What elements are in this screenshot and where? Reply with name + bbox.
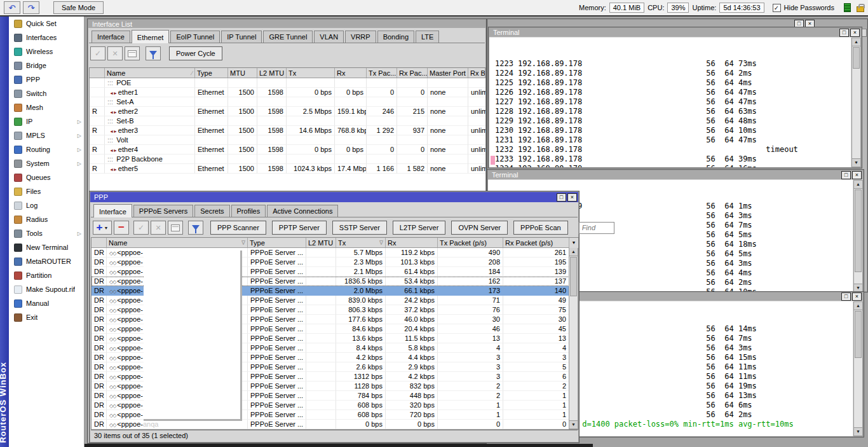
sidebar-item[interactable]: Log [9,198,84,212]
sidebar-item[interactable]: Files [9,184,84,198]
interface-list-titlebar[interactable]: Interface List [88,20,485,28]
maximize-button[interactable]: □ [841,292,851,301]
interface-list-tab[interactable]: VLAN [314,31,344,43]
undo-button[interactable]: ↶ [4,1,20,14]
table-row[interactable]: :::POE [90,78,485,88]
sidebar-item[interactable]: Bridge [9,58,84,72]
interface-list-tab[interactable]: GRE Tunnel [263,31,313,43]
disable-button[interactable]: ✕ [151,221,166,235]
apply-button[interactable]: ✓ [90,46,105,60]
col-master-port[interactable]: Master Port [428,68,468,78]
terminal-window-1[interactable]: Terminal □ × 1223 192.168.89.178 56 64 7… [488,27,862,168]
ppp-action-button[interactable]: SSTP Server [332,221,387,235]
ppp-tab[interactable]: Secrets [194,205,229,217]
maximize-button[interactable]: □ [841,171,851,179]
maximize-button[interactable]: □ [557,193,566,202]
table-row[interactable]: DR <pppoe-anqa PPPoE Server ... 0 bps 0 … [92,420,578,429]
scroll-up-icon[interactable]: ▲ [569,248,578,256]
sidebar-item[interactable]: Manual [9,296,84,310]
scroll-down-icon[interactable]: ▼ [854,427,862,436]
terminal-3-scrollbar[interactable]: ▲ ▼ [853,301,863,436]
table-row[interactable]: :::Volt [90,135,485,145]
col-rx-ba[interactable]: Rx Ba [468,68,485,78]
col-flag[interactable] [92,238,107,247]
col-l2mtu[interactable]: L2 MTU [257,68,287,78]
column-dropdown-icon[interactable]: ▼ [569,238,578,248]
hide-passwords-checkbox[interactable]: ✓ [773,4,781,12]
sidebar-item[interactable]: Queues [9,170,84,184]
table-row[interactable]: :::Set-A [90,97,485,107]
interface-list-tab[interactable]: Interface [92,31,130,43]
redo-button[interactable]: ↷ [23,1,39,14]
col-rx[interactable]: Rx [335,68,367,78]
interface-list-tab[interactable]: Bonding [377,31,414,43]
terminal-1-output[interactable]: 1223 192.168.89.178 56 64 73ms1224 192.1… [489,38,851,167]
ppp-tab[interactable]: Interface [93,204,132,217]
col-l2mtu[interactable]: L2 MTU [306,238,336,247]
scroll-thumb[interactable] [570,257,577,296]
ppp-action-button[interactable]: OVPN Server [451,221,508,235]
ppp-action-button[interactable]: L2TP Server [393,221,446,235]
ppp-window[interactable]: PPP □ × Interface PPPoE Servers Secrets … [89,191,580,443]
scroll-down-icon[interactable]: ▼ [852,158,860,167]
comment-button[interactable] [125,46,140,60]
sidebar-item[interactable]: Wireless [9,45,84,58]
interface-list-tab[interactable]: EoIP Tunnel [170,31,220,43]
maximize-button[interactable]: □ [839,29,849,37]
col-name[interactable]: Name∇ [107,238,248,247]
ppp-tab[interactable]: Active Connections [267,205,338,217]
interface-list-tab[interactable]: LTE [416,31,439,43]
table-row[interactable]: R ether2 Ethernet 1500 1598 2.5 Mbps 159… [90,107,485,116]
ppp-action-button[interactable]: PPP Scanner [210,221,266,235]
sidebar-item[interactable]: MetaROUTER [9,254,84,268]
filter-button[interactable] [188,221,203,235]
enable-button[interactable]: ✓ [133,221,149,235]
sidebar-item[interactable]: PPP [9,72,84,86]
col-flag[interactable] [90,68,105,78]
scroll-thumb[interactable] [853,47,860,69]
scroll-up-icon[interactable]: ▲ [854,302,862,310]
col-rx[interactable]: Rx [386,238,438,247]
col-tx-packet[interactable]: Tx Packet (p/s) [438,238,503,247]
ppp-action-button[interactable]: PPTP Server [272,221,327,235]
col-mtu[interactable]: MTU [228,68,257,78]
interface-list-tab[interactable]: VRRP [345,31,376,43]
col-rx-packet[interactable]: Rx Packet (p/s) [503,238,569,247]
terminal-2-titlebar[interactable]: Terminal □ × [488,170,863,179]
close-button[interactable]: × [852,292,862,301]
terminal-2-scrollbar[interactable]: ▲ ▼ [853,180,863,292]
sidebar-item[interactable]: Make Supout.rif [9,282,84,296]
col-tx[interactable]: Tx [287,68,335,78]
scroll-thumb[interactable] [855,311,862,358]
sidebar-item[interactable]: Partition [9,268,84,282]
sidebar-item[interactable]: Exit [9,310,84,324]
sidebar-item[interactable]: Switch [9,86,84,100]
table-row[interactable]: ether1 Ethernet 1500 1598 0 bps 0 bps 0 … [90,88,485,97]
close-button[interactable]: × [850,29,860,37]
sidebar-item[interactable]: Tools ▷ [9,226,84,240]
sidebar-item[interactable]: IP ▷ [9,114,84,128]
table-row[interactable]: R ether5 Ethernet 1500 1598 1024.3 kbps … [90,164,485,174]
interface-list-tab[interactable]: Ethernet [132,30,170,43]
table-row[interactable]: :::P2P Backbone [90,155,485,164]
ppp-tab[interactable]: Profiles [231,205,266,217]
find-input[interactable] [579,222,614,234]
sidebar-item[interactable]: MPLS ▷ [9,128,84,142]
power-cycle-button[interactable]: Power Cycle [169,46,222,60]
sidebar-item[interactable]: Radius [9,212,84,226]
filter-button[interactable] [146,46,161,60]
close-button[interactable]: × [567,193,577,202]
ppp-action-button[interactable]: PPPoE Scan [513,221,568,235]
col-type[interactable]: Type [248,238,306,247]
table-row[interactable]: R ether4 Ethernet 1500 1598 0 bps 0 bps … [90,145,485,155]
col-name[interactable]: Name∕ [105,68,195,78]
close-button[interactable]: × [852,171,862,179]
add-button[interactable]: +▼ [93,221,112,235]
col-type[interactable]: Type [195,68,228,78]
scroll-up-icon[interactable]: ▲ [854,181,862,189]
col-tx[interactable]: Tx∇ [336,238,386,247]
terminal-1-titlebar[interactable]: Terminal □ × [489,28,861,37]
safe-mode-button[interactable]: Safe Mode [53,1,104,14]
scroll-up-icon[interactable]: ▲ [852,38,860,46]
sidebar-item[interactable]: Interfaces [9,31,84,45]
